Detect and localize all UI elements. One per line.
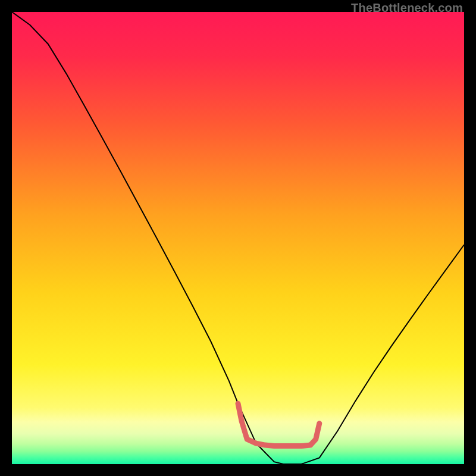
chart-frame: TheBottleneck.com	[0, 0, 476, 476]
watermark-text: TheBottleneck.com	[351, 1, 463, 15]
bottleneck-chart	[12, 12, 464, 464]
plot-area	[12, 12, 464, 464]
gradient-background	[12, 12, 464, 464]
